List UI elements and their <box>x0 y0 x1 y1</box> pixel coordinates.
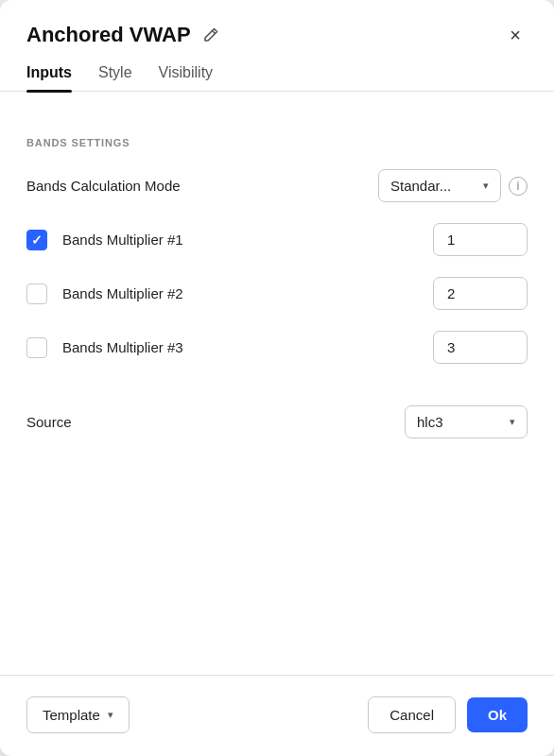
template-chevron-icon: ▾ <box>108 709 113 721</box>
info-icon[interactable]: i <box>509 177 528 196</box>
cancel-button[interactable]: Cancel <box>368 696 456 733</box>
bands-multiplier-3-checkbox[interactable] <box>26 337 47 358</box>
dialog-content: BANDS SETTINGS Bands Calculation Mode St… <box>0 92 554 567</box>
anchored-vwap-dialog: Anchored VWAP × Inputs Style Visibility … <box>0 0 554 756</box>
bands-multiplier-2-input[interactable] <box>433 277 528 310</box>
source-dropdown[interactable]: hlc3 ▾ <box>405 405 528 438</box>
source-chevron-icon: ▾ <box>510 416 515 428</box>
bands-calculation-mode-label: Bands Calculation Mode <box>26 178 378 194</box>
tabs-bar: Inputs Style Visibility <box>0 47 554 92</box>
bands-multiplier-1-label: Bands Multiplier #1 <box>62 232 418 248</box>
bands-calculation-mode-dropdown[interactable]: Standar... ▾ <box>378 169 501 202</box>
ok-button[interactable]: Ok <box>467 697 528 732</box>
bands-calculation-mode-controls: Standar... ▾ i <box>378 169 528 202</box>
tab-style[interactable]: Style <box>98 64 132 91</box>
bands-multiplier-1-row: Bands Multiplier #1 <box>26 223 528 256</box>
bands-calculation-mode-row: Bands Calculation Mode Standar... ▾ i <box>26 169 528 202</box>
bands-multiplier-2-checkbox[interactable] <box>26 284 47 304</box>
template-button[interactable]: Template ▾ <box>26 696 130 733</box>
close-icon[interactable]: × <box>503 23 528 47</box>
tab-visibility[interactable]: Visibility <box>159 64 214 91</box>
bands-multiplier-3-label: Bands Multiplier #3 <box>62 339 418 355</box>
dialog-title: Anchored VWAP <box>26 23 191 47</box>
source-value: hlc3 <box>417 414 443 430</box>
edit-icon[interactable] <box>200 25 221 45</box>
source-label: Source <box>26 414 405 430</box>
bands-calculation-mode-value: Standar... <box>390 178 451 194</box>
section-bands-settings-label: BANDS SETTINGS <box>26 137 528 148</box>
dialog-header: Anchored VWAP × <box>0 0 554 47</box>
tab-inputs[interactable]: Inputs <box>26 64 72 91</box>
bands-multiplier-3-row: Bands Multiplier #3 <box>26 331 528 364</box>
title-row: Anchored VWAP <box>26 23 221 47</box>
bands-multiplier-1-checkbox[interactable] <box>26 230 47 250</box>
chevron-down-icon: ▾ <box>483 180 489 192</box>
bands-multiplier-1-input[interactable] <box>433 223 528 256</box>
footer-right: Cancel Ok <box>368 696 528 733</box>
bands-multiplier-2-label: Bands Multiplier #2 <box>62 285 418 301</box>
source-row: Source hlc3 ▾ <box>26 405 528 438</box>
template-label: Template <box>43 707 100 723</box>
info-icon-label: i <box>516 180 519 193</box>
bands-multiplier-2-row: Bands Multiplier #2 <box>26 277 528 310</box>
dialog-footer: Template ▾ Cancel Ok <box>0 675 554 756</box>
bands-multiplier-3-input[interactable] <box>433 331 528 364</box>
